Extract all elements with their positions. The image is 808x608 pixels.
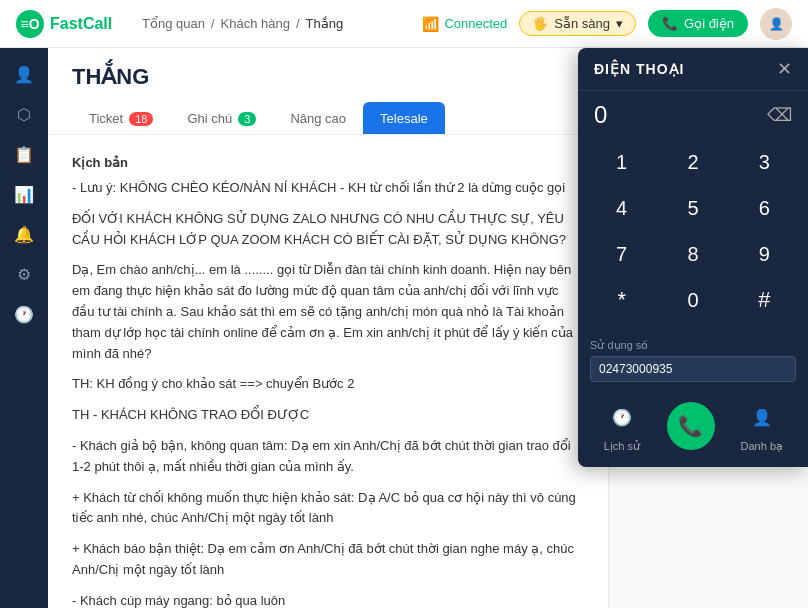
dial-key-1[interactable]: 1 bbox=[596, 141, 648, 183]
breadcrumb-current: Thắng bbox=[306, 16, 344, 31]
sidebar-item-home[interactable]: ⬡ bbox=[6, 96, 42, 132]
tab-ticket[interactable]: Ticket 18 bbox=[72, 102, 170, 134]
page-header: THẮNG Ticket 18 Ghi chú 3 Nâng cao Teles… bbox=[48, 48, 608, 135]
contacts-label: Danh bạ bbox=[741, 440, 783, 453]
history-action[interactable]: 🕐 Lịch sử bbox=[603, 398, 641, 453]
dialpad: 1 2 3 4 5 6 7 8 9 * 0 # bbox=[578, 137, 808, 333]
main-content: THẮNG Ticket 18 Ghi chú 3 Nâng cao Teles… bbox=[48, 48, 608, 608]
dial-key-3[interactable]: 3 bbox=[738, 141, 790, 183]
dialpad-row-2: 4 5 6 bbox=[586, 187, 800, 229]
phone-close-button[interactable]: ✕ bbox=[777, 60, 792, 78]
phone-title: ĐIỆN THOẠI bbox=[594, 61, 684, 77]
script-content: Kịch bản - Lưu ý: KHÔNG CHÈO KÉO/NÀN NÍ … bbox=[48, 135, 608, 608]
script-line-1: ĐỐI VỚI KHÁCH KHÔNG SỬ DỤNG ZALO NHƯNG C… bbox=[72, 209, 584, 251]
phone-actions: 🕐 Lịch sử 📞 👤 Danh bạ bbox=[578, 388, 808, 467]
script-line-3: TH: KH đồng ý cho khảo sát ==> chuyển Bư… bbox=[72, 374, 584, 395]
breadcrumb: Tổng quan / Khách hàng / Thắng bbox=[142, 16, 406, 31]
reports-icon: 📊 bbox=[14, 185, 34, 204]
sidebar-item-notifications[interactable]: 🔔 bbox=[6, 216, 42, 252]
script-body: - Lưu ý: KHÔNG CHÈO KÉO/NÀN NÍ KHÁCH - K… bbox=[72, 178, 584, 608]
header: ≡O FastCall Tổng quan / Khách hàng / Thắ… bbox=[0, 0, 808, 48]
home-icon: ⬡ bbox=[17, 105, 31, 124]
phone-icon: 📞 bbox=[662, 16, 678, 31]
breadcrumb-home[interactable]: Tổng quan bbox=[142, 16, 205, 31]
dial-call-button[interactable]: 📞 bbox=[667, 402, 715, 450]
script-line-5: - Khách giả bộ bận, không quan tâm: Dạ e… bbox=[72, 436, 584, 478]
phone-display: 0 ⌫ bbox=[578, 91, 808, 137]
script-line-0: - Lưu ý: KHÔNG CHÈO KÉO/NÀN NÍ KHÁCH - K… bbox=[72, 178, 584, 199]
tab-notes-label: Ghi chú bbox=[187, 111, 232, 126]
dial-key-4[interactable]: 4 bbox=[596, 187, 648, 229]
user-avatar[interactable]: 👤 bbox=[760, 8, 792, 40]
app-name: FastCall bbox=[50, 15, 112, 33]
tab-advanced-label: Nâng cao bbox=[290, 111, 346, 126]
clock-icon: 🕐 bbox=[14, 305, 34, 324]
wifi-status: 📶 Connected bbox=[422, 16, 507, 32]
breadcrumb-sep2: / bbox=[296, 16, 300, 31]
connected-label: Connected bbox=[444, 16, 507, 31]
logo: ≡O FastCall bbox=[16, 10, 126, 38]
sidebar-item-tasks[interactable]: 📋 bbox=[6, 136, 42, 172]
call-button[interactable]: 📞 Gọi điện bbox=[648, 10, 748, 37]
status-emoji: 🖐 bbox=[532, 16, 548, 31]
settings-icon: ⚙ bbox=[17, 265, 31, 284]
dial-key-9[interactable]: 9 bbox=[738, 233, 790, 275]
script-line-8: - Khách cúp máy ngang: bỏ qua luôn bbox=[72, 591, 584, 608]
tab-notes-badge: 3 bbox=[238, 112, 256, 126]
user-initials: 👤 bbox=[769, 17, 784, 31]
sidebar-item-settings[interactable]: ⚙ bbox=[6, 256, 42, 292]
tab-ticket-badge: 18 bbox=[129, 112, 153, 126]
script-line-6: + Khách từ chối không muốn thực hiện khả… bbox=[72, 488, 584, 530]
contacts-icon: 👤 bbox=[14, 65, 34, 84]
contacts-action[interactable]: 👤 Danh bạ bbox=[741, 398, 783, 453]
bell-icon: 🔔 bbox=[14, 225, 34, 244]
dialpad-row-1: 1 2 3 bbox=[586, 141, 800, 183]
sidebar-item-contacts[interactable]: 👤 bbox=[6, 56, 42, 92]
tasks-icon: 📋 bbox=[14, 145, 34, 164]
dial-key-6[interactable]: 6 bbox=[738, 187, 790, 229]
dial-key-5[interactable]: 5 bbox=[667, 187, 719, 229]
header-right: 📶 Connected 🖐 Sẵn sàng ▾ 📞 Gọi điện 👤 bbox=[422, 8, 792, 40]
wifi-icon: 📶 bbox=[422, 16, 439, 32]
contacts-list-icon: 👤 bbox=[743, 398, 781, 436]
script-line-2: Dạ, Em chào anh/chị... em là ........ gọ… bbox=[72, 260, 584, 364]
page-title: THẮNG bbox=[72, 64, 584, 90]
dial-key-8[interactable]: 8 bbox=[667, 233, 719, 275]
phone-dialog: ĐIỆN THOẠI ✕ 0 ⌫ 1 2 3 4 5 6 7 8 9 * 0 #… bbox=[578, 48, 808, 467]
script-title: Kịch bản bbox=[72, 155, 584, 170]
phone-number-dropdown[interactable]: 02473000935 bbox=[590, 356, 796, 382]
use-number-label: Sử dụng số bbox=[590, 339, 796, 352]
logo-icon: ≡O bbox=[16, 10, 44, 38]
tab-telesale-label: Telesale bbox=[380, 111, 428, 126]
status-label: Sẵn sàng bbox=[554, 16, 610, 31]
tab-advanced[interactable]: Nâng cao bbox=[273, 102, 363, 134]
dial-key-7[interactable]: 7 bbox=[596, 233, 648, 275]
history-icon: 🕐 bbox=[603, 398, 641, 436]
dialpad-row-3: 7 8 9 bbox=[586, 233, 800, 275]
sidebar-item-reports[interactable]: 📊 bbox=[6, 176, 42, 212]
script-line-7: + Khách báo bận thiệt: Dạ em cảm ơn Anh/… bbox=[72, 539, 584, 581]
sidebar: 👤 ⬡ 📋 📊 🔔 ⚙ 🕐 bbox=[0, 48, 48, 608]
call-dial-icon: 📞 bbox=[678, 414, 703, 438]
tab-telesale[interactable]: Telesale bbox=[363, 102, 445, 134]
breadcrumb-customers[interactable]: Khách hàng bbox=[221, 16, 290, 31]
dialpad-row-4: * 0 # bbox=[586, 279, 800, 321]
dial-key-star[interactable]: * bbox=[596, 279, 648, 321]
dial-key-2[interactable]: 2 bbox=[667, 141, 719, 183]
status-button[interactable]: 🖐 Sẵn sàng ▾ bbox=[519, 11, 636, 36]
breadcrumb-sep1: / bbox=[211, 16, 215, 31]
tab-notes[interactable]: Ghi chú 3 bbox=[170, 102, 273, 134]
dial-key-hash[interactable]: # bbox=[738, 279, 790, 321]
phone-number-select: Sử dụng số 02473000935 bbox=[590, 339, 796, 382]
call-label: Gọi điện bbox=[684, 16, 734, 31]
phone-header: ĐIỆN THOẠI ✕ bbox=[578, 48, 808, 91]
dial-key-0[interactable]: 0 bbox=[667, 279, 719, 321]
tabs: Ticket 18 Ghi chú 3 Nâng cao Telesale bbox=[72, 102, 584, 134]
phone-number-display: 0 bbox=[594, 101, 767, 129]
tab-ticket-label: Ticket bbox=[89, 111, 123, 126]
script-line-4: TH - KHÁCH KHÔNG TRAO ĐỔI ĐƯỢC bbox=[72, 405, 584, 426]
backspace-button[interactable]: ⌫ bbox=[767, 104, 792, 126]
history-label: Lịch sử bbox=[604, 440, 640, 453]
sidebar-item-history[interactable]: 🕐 bbox=[6, 296, 42, 332]
chevron-down-icon: ▾ bbox=[616, 16, 623, 31]
